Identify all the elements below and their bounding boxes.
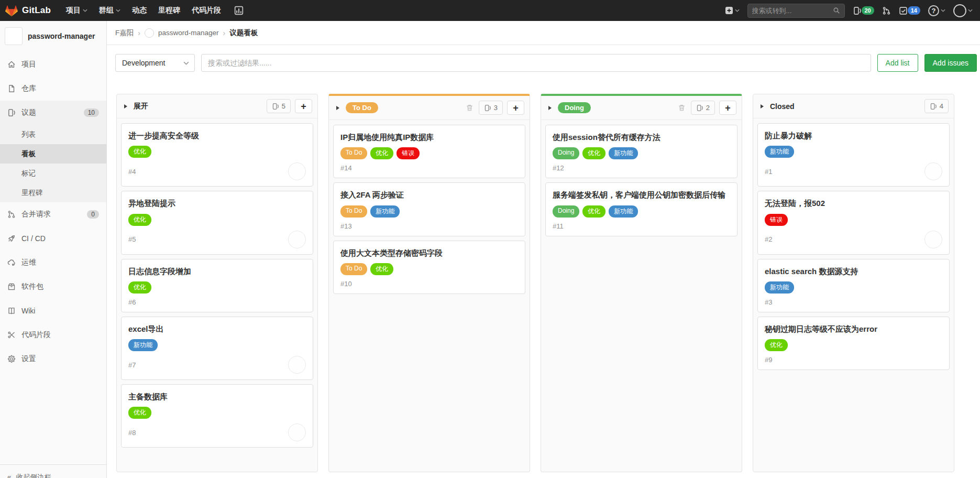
issues-count-icon: [696, 104, 703, 112]
issue-card[interactable]: 进一步提高安全等级优化#4: [121, 123, 313, 187]
issue-card[interactable]: 使用session替代所有缓存方法Doing优化新功能#12: [545, 125, 737, 178]
column-delete-button[interactable]: [466, 104, 474, 112]
global-search-input[interactable]: [752, 7, 833, 15]
issue-card-title[interactable]: 主备数据库: [128, 392, 306, 402]
board-search-input[interactable]: [201, 54, 871, 72]
sidebar-item-packages[interactable]: 软件包: [0, 275, 106, 299]
sidebar-item-merge-requests[interactable]: 合并请求 0: [0, 202, 106, 226]
issue-label-bug[interactable]: 错误: [765, 214, 788, 226]
nav-todos-button[interactable]: 14: [899, 6, 920, 15]
column-caret-icon[interactable]: [336, 106, 339, 110]
column-card-list: 防止暴力破解新功能#1无法登陆，报502错误#2elastic search 数…: [753, 118, 954, 472]
issue-card-title[interactable]: excel导出: [128, 324, 306, 334]
sidebar-item-project[interactable]: 项目: [0, 52, 106, 77]
issue-card[interactable]: IP归属地使用纯真IP数据库To Do优化错误#14: [333, 125, 525, 178]
issue-card-title[interactable]: 无法登陆，报502: [765, 198, 942, 209]
column-caret-icon[interactable]: [548, 106, 552, 110]
issue-label-feat[interactable]: 新功能: [765, 146, 794, 158]
issue-label-feat[interactable]: 新功能: [765, 281, 794, 294]
issue-card[interactable]: 服务端签发私钥，客户端使用公钥加密数据后传输Doing优化新功能#11: [545, 182, 737, 236]
issue-card-title[interactable]: 服务端签发私钥，客户端使用公钥加密数据后传输: [553, 190, 730, 200]
issue-label-opt[interactable]: 优化: [128, 146, 151, 158]
issue-label-opt[interactable]: 优化: [128, 214, 151, 226]
project-header[interactable]: password-manager: [0, 21, 106, 52]
sidebar-item-operations[interactable]: 运维: [0, 251, 106, 275]
issue-card-title[interactable]: 进一步提高安全等级: [128, 131, 306, 141]
issue-card-title[interactable]: 异地登陆提示: [128, 198, 306, 209]
new-menu-button[interactable]: [725, 6, 740, 15]
column-title: Doing: [558, 102, 591, 113]
sidebar-item-boards[interactable]: 看板: [0, 144, 106, 164]
issue-label-opt[interactable]: 优化: [582, 205, 605, 218]
breadcrumb-group-link[interactable]: F嘉阳: [115, 28, 134, 38]
issue-card-title[interactable]: elastic search 数据源支持: [765, 266, 942, 277]
nav-chart-button[interactable]: [230, 6, 248, 15]
issue-label-bug[interactable]: 错误: [397, 147, 420, 159]
issue-label-opt[interactable]: 优化: [128, 407, 151, 419]
issue-label-opt[interactable]: 优化: [370, 263, 393, 275]
issue-card[interactable]: 异地登陆提示优化#5: [121, 191, 313, 254]
issue-label-feat[interactable]: 新功能: [128, 339, 158, 351]
nav-item-snippets[interactable]: 代码片段: [186, 0, 227, 21]
issue-label-opt[interactable]: 优化: [370, 147, 393, 159]
issue-card-title[interactable]: 防止暴力破解: [765, 131, 942, 141]
milestone-dropdown[interactable]: Development: [115, 54, 195, 72]
issue-label-todo[interactable]: To Do: [340, 263, 367, 275]
issue-card-title[interactable]: 使用session替代所有缓存方法: [553, 132, 730, 143]
breadcrumb-project-link[interactable]: password-manager: [158, 29, 219, 37]
sidebar-item-snippets[interactable]: 代码片段: [0, 323, 106, 347]
issue-card[interactable]: 接入2FA 两步验证To Do新功能#13: [333, 182, 525, 236]
add-card-button[interactable]: +: [719, 101, 736, 115]
add-list-button[interactable]: Add list: [877, 54, 918, 72]
sidebar-item-cicd[interactable]: CI / CD: [0, 226, 106, 251]
issue-card[interactable]: elastic search 数据源支持新功能#3: [757, 259, 950, 312]
nav-item-projects[interactable]: 项目: [60, 0, 93, 21]
column-caret-icon[interactable]: [124, 104, 127, 108]
nav-item-activity[interactable]: 动态: [126, 0, 152, 21]
issue-label-doing[interactable]: Doing: [553, 205, 579, 218]
sidebar-item-wiki[interactable]: Wiki: [0, 299, 106, 323]
issue-card-title[interactable]: IP归属地使用纯真IP数据库: [340, 132, 518, 143]
sidebar-collapse-button[interactable]: « 收起侧边栏: [0, 464, 106, 478]
issue-card-title[interactable]: 接入2FA 两步验证: [340, 190, 518, 200]
issue-label-todo[interactable]: To Do: [340, 205, 367, 218]
add-card-button[interactable]: +: [507, 101, 524, 115]
user-menu-button[interactable]: [953, 4, 973, 17]
issue-card-title[interactable]: 使用大文本类型存储密码字段: [340, 248, 518, 258]
help-menu-button[interactable]: ?: [928, 5, 945, 16]
column-delete-button[interactable]: [678, 104, 686, 112]
issue-label-opt[interactable]: 优化: [128, 281, 151, 294]
issue-card-title[interactable]: 日志信息字段增加: [128, 266, 306, 277]
chevron-down-icon: [116, 9, 120, 12]
column-caret-icon[interactable]: [761, 104, 764, 108]
issue-label-doing[interactable]: Doing: [553, 147, 579, 159]
issue-card[interactable]: 主备数据库优化#8: [121, 384, 313, 448]
sidebar-item-settings[interactable]: 设置: [0, 347, 106, 371]
sidebar-item-issue-list[interactable]: 列表: [0, 125, 106, 144]
issue-label-feat[interactable]: 新功能: [609, 147, 638, 159]
issue-card[interactable]: 使用大文本类型存储密码字段To Do优化#10: [333, 241, 525, 294]
issue-label-todo[interactable]: To Do: [340, 147, 367, 159]
issue-card[interactable]: 日志信息字段增加优化#6: [121, 259, 313, 312]
issue-label-feat[interactable]: 新功能: [370, 205, 400, 218]
add-card-button[interactable]: +: [295, 99, 312, 113]
issue-card-labels: To Do优化: [340, 263, 518, 275]
sidebar-item-milestones[interactable]: 里程碑: [0, 183, 106, 202]
issue-card[interactable]: 无法登陆，报502错误#2: [757, 191, 950, 254]
issue-label-feat[interactable]: 新功能: [609, 205, 638, 218]
nav-issues-button[interactable]: 20: [853, 6, 874, 15]
gitlab-logo[interactable]: GitLab: [5, 5, 51, 17]
sidebar-item-repository[interactable]: 仓库: [0, 77, 106, 101]
issue-label-opt[interactable]: 优化: [765, 339, 788, 351]
issue-card-title[interactable]: 秘钥过期日志等级不应该为error: [765, 324, 942, 334]
sidebar-item-issues[interactable]: 议题 10: [0, 101, 106, 125]
nav-merge-requests-button[interactable]: [882, 6, 891, 15]
issue-card[interactable]: 防止暴力破解新功能#1: [757, 123, 950, 187]
issue-card[interactable]: 秘钥过期日志等级不应该为error优化#9: [757, 317, 950, 370]
add-issues-button[interactable]: Add issues: [924, 54, 977, 72]
nav-item-milestones[interactable]: 里程碑: [152, 0, 186, 21]
issue-label-opt[interactable]: 优化: [582, 147, 605, 159]
issue-card[interactable]: excel导出新功能#7: [121, 317, 313, 380]
sidebar-item-labels[interactable]: 标记: [0, 164, 106, 183]
nav-item-groups[interactable]: 群组: [93, 0, 126, 21]
